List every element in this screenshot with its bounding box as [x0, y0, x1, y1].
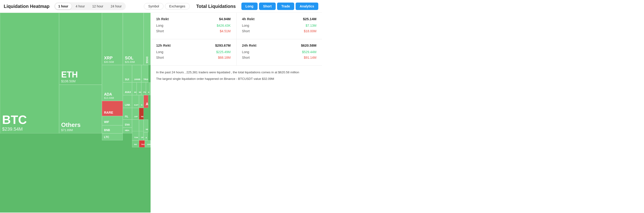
cell-b-label: B — [146, 137, 147, 139]
cell-trum[interactable]: TRUM — [141, 65, 148, 82]
summary-line-1: In the past 24 hours , 225,381 traders w… — [156, 70, 316, 75]
time-filter-12h[interactable]: 12 hour — [89, 3, 106, 9]
stat-row-12h-short: Short $68.18M — [156, 56, 231, 59]
trade-button[interactable]: Trade — [277, 3, 294, 10]
cell-fil[interactable]: FIL — [123, 108, 132, 119]
symbol-filter-btn[interactable]: Symbol — [144, 3, 164, 10]
cell-sol-label: SOL — [125, 56, 134, 61]
cell-xrp[interactable]: XRP $30.56M — [102, 13, 123, 65]
stat-label-1h-long: Long — [156, 24, 163, 27]
cell-vi[interactable]: VI — [150, 82, 150, 95]
cell-xrp-label: XRP — [104, 56, 112, 61]
cell-avax[interactable]: AVAX — [123, 82, 132, 95]
cell-link-label: LINK — [125, 104, 130, 106]
cell-bnb[interactable]: BNB — [102, 125, 123, 133]
cell-wl[interactable]: WL — [137, 82, 141, 95]
cell-ton-label: TON — [134, 137, 138, 139]
action-buttons: Long Short Trade Analytics — [242, 3, 318, 10]
cell-btc-value: $239.54M — [2, 126, 23, 132]
cell-ne-label: NE — [146, 129, 148, 131]
cell-eth-value: $108.50M — [61, 79, 76, 83]
stat-total-1h: $4.94M — [219, 17, 230, 21]
cell-others-value: $71.89M — [61, 128, 73, 132]
stat-value-1h-long: $426.43K — [217, 24, 231, 27]
cell-sui[interactable]: SUI — [123, 65, 132, 82]
cell-inj[interactable]: INJ — [132, 140, 139, 147]
cell-eth[interactable]: ETH $108.50M — [59, 13, 102, 85]
cell-kait-label: KAIT — [134, 104, 138, 106]
stat-card-24h: 24h Rekt $620.58M Long $529.44M Short $9… — [236, 39, 322, 65]
cell-sol-value: $26.69M — [125, 61, 135, 63]
cell-tag[interactable]: TAG — [139, 140, 145, 147]
cell-op[interactable]: OP — [139, 131, 144, 140]
filter-group: Symbol Exchanges — [144, 3, 190, 10]
stat-total-12h: $293.67M — [215, 43, 231, 47]
time-filter-1h[interactable]: 1 hour — [55, 3, 72, 9]
cell-ada-value: $13.44M — [104, 97, 114, 99]
cell-b[interactable]: B — [144, 132, 148, 140]
cell-jup[interactable]: JUP — [132, 108, 139, 119]
cell-ton[interactable]: TON — [132, 131, 139, 140]
analytics-button[interactable]: Analytics — [296, 3, 318, 10]
cell-rei[interactable]: REI — [139, 108, 144, 119]
cell-rare-label: RARE — [104, 111, 113, 114]
cell-ne[interactable]: NE — [144, 119, 148, 132]
stat-row-4h-short: Short $18.00M — [242, 29, 317, 33]
cell-tag-label: TAG — [141, 144, 145, 146]
cell-ena[interactable]: ENA — [123, 119, 132, 128]
stat-label-12h-short: Short — [156, 56, 164, 59]
cell-wif[interactable]: WIF — [102, 116, 123, 125]
summary-line-2: The largest single liquidation order hap… — [156, 76, 316, 81]
exchanges-filter-btn[interactable]: Exchanges — [165, 3, 190, 10]
stat-card-4h: 4h Rekt $25.14M Long $7.13M Short $18.00… — [236, 13, 322, 39]
cell-1000s[interactable]: 1000S — [145, 140, 150, 147]
cell-1000s-label: 1000S — [147, 144, 150, 146]
main-content: BTC $239.54M ETH $108.50M Others $71.89M… — [0, 13, 322, 212]
stat-row-1h-long: Long $426.43K — [156, 24, 231, 27]
cell-wl-label: WL — [139, 91, 141, 94]
cell-bnb-label: BNB — [104, 129, 110, 132]
app-title: Liquidation Heatmap — [4, 4, 50, 9]
right-panel: 1h Rekt $4.94M Long $426.43K Short $4.51… — [150, 13, 322, 212]
cell-hba[interactable]: HBA — [123, 128, 132, 133]
stat-row-24h-long: Long $529.44M — [242, 50, 317, 54]
liquidation-heatmap[interactable]: BTC $239.54M ETH $108.50M Others $71.89M… — [0, 13, 150, 212]
cell-ada[interactable]: ADA $13.44M — [102, 65, 123, 101]
cell-kait[interactable]: KAIT — [132, 95, 139, 108]
cell-a-small[interactable]: A — [144, 95, 148, 108]
time-filter-4h[interactable]: 4 hour — [72, 3, 88, 9]
cell-btc[interactable]: BTC $239.54M — [0, 13, 59, 133]
cell-1000b-label: 1000B — [134, 78, 140, 81]
cell-op-label: OP — [141, 137, 144, 139]
cell-inj-label: INJ — [134, 144, 137, 146]
short-button[interactable]: Short — [259, 3, 276, 10]
stat-label-4h-short: Short — [242, 29, 250, 33]
stat-total-4h: $25.14M — [303, 17, 316, 21]
cell-pn[interactable]: PN — [141, 82, 146, 95]
cell-wif-label: WIF — [104, 121, 109, 124]
cell-mo[interactable]: MO — [132, 82, 137, 95]
stat-value-24h-long: $529.44M — [302, 50, 316, 54]
cell-doge[interactable]: DOGE — [144, 13, 150, 65]
cell-sol[interactable]: SOL $26.69M — [123, 13, 144, 65]
cell-rare[interactable]: RARE — [102, 101, 123, 116]
stat-value-1h-short: $4.51M — [220, 29, 231, 33]
stat-row-4h-long: Long $7.13M — [242, 24, 317, 27]
stat-value-4h-long: $7.13M — [306, 24, 316, 27]
cell-eth-label: ETH — [61, 70, 78, 79]
total-liquidations-title: Total Liquidations — [196, 4, 236, 9]
long-button[interactable]: Long — [242, 3, 258, 10]
time-filter-24h[interactable]: 24 hour — [108, 3, 125, 9]
cell-mo-label: MO — [134, 91, 137, 94]
cell-ltc[interactable]: LTC — [102, 133, 123, 140]
stat-total-24h: $620.58M — [301, 43, 316, 47]
stat-row-12h-long: Long $225.49M — [156, 50, 231, 54]
cell-sui-label: SUI — [125, 78, 129, 81]
stat-label-24h-short: Short — [242, 56, 250, 59]
cell-others[interactable]: Others $71.89M — [59, 85, 102, 133]
cell-1000b[interactable]: 1000B — [132, 65, 141, 82]
cell-rei-label: REI — [141, 116, 144, 118]
cell-pn-label: PN — [144, 91, 146, 94]
cell-n[interactable]: N — [139, 95, 144, 108]
cell-link[interactable]: LINK — [123, 95, 132, 108]
